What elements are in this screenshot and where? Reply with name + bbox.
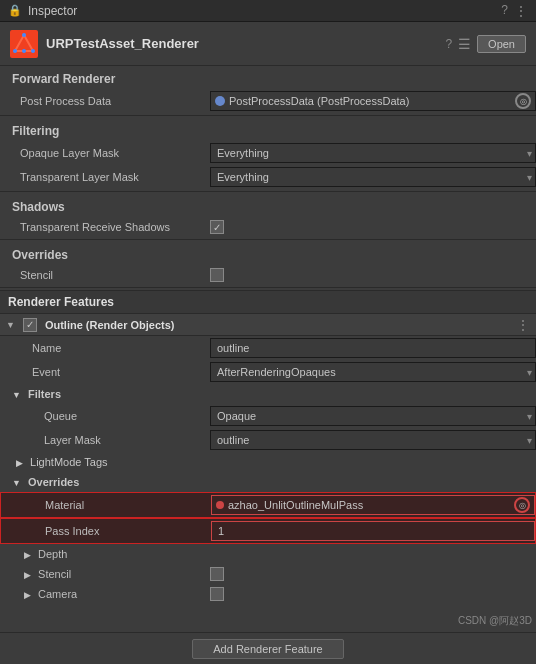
title-bar-left: 🔒 Inspector — [8, 4, 77, 18]
svg-marker-0 — [15, 35, 33, 51]
add-renderer-feature-button[interactable]: Add Renderer Feature — [192, 639, 343, 659]
camera-value — [210, 587, 536, 601]
asset-header-left: URPTestAsset_Renderer — [10, 30, 199, 58]
name-field[interactable]: outline — [210, 338, 536, 358]
depth-collapse-icon[interactable]: ▶ — [24, 550, 31, 560]
outline-feature-title: Outline (Render Objects) — [45, 319, 175, 331]
open-button[interactable]: Open — [477, 35, 526, 53]
name-label: Name — [0, 342, 210, 354]
stencil-row: Stencil — [0, 265, 536, 285]
post-process-data-text: PostProcessData (PostProcessData) — [229, 95, 511, 107]
section-forward-renderer: Forward Renderer — [0, 66, 536, 89]
lightmode-tags-row: ▶ LightMode Tags — [0, 452, 536, 472]
opaque-layer-mask-value: Everything — [210, 143, 536, 163]
layer-mask-value: outline — [210, 430, 536, 450]
event-dropdown-wrap[interactable]: AfterRenderingOpaques — [210, 362, 536, 382]
queue-dropdown-wrap[interactable]: Opaque — [210, 406, 536, 426]
asset-header: URPTestAsset_Renderer ? ☰ Open — [0, 22, 536, 66]
queue-dropdown[interactable]: Opaque — [210, 406, 536, 426]
transparent-layer-mask-dropdown-wrap[interactable]: Everything — [210, 167, 536, 187]
transparent-layer-mask-row: Transparent Layer Mask Everything — [0, 165, 536, 189]
depth-row: ▶ Depth — [0, 544, 536, 564]
title-bar: 🔒 Inspector ? ⋮ — [0, 0, 536, 22]
asset-help-icon[interactable]: ? — [445, 37, 452, 51]
bottom-bar: Add Renderer Feature — [0, 632, 536, 664]
pass-index-row: Pass Index 1 — [0, 518, 536, 544]
menu-icon[interactable]: ⋮ — [514, 3, 528, 19]
transparent-layer-mask-dropdown[interactable]: Everything — [210, 167, 536, 187]
layer-mask-row: Layer Mask outline — [0, 428, 536, 452]
main-content: Forward Renderer Post Process Data PostP… — [0, 66, 536, 664]
layer-mask-dropdown-wrap[interactable]: outline — [210, 430, 536, 450]
name-row: Name outline — [0, 336, 536, 360]
transparent-layer-mask-value: Everything — [210, 167, 536, 187]
overrides-section-row: ▼ Overrides — [0, 472, 536, 492]
name-value: outline — [210, 338, 536, 358]
stencil-feature-checkbox[interactable] — [210, 567, 224, 581]
opaque-layer-mask-label: Opaque Layer Mask — [0, 147, 210, 159]
divider-4 — [0, 287, 536, 288]
svg-point-3 — [31, 49, 35, 53]
transparent-receive-shadows-checkbox[interactable] — [210, 220, 224, 234]
stencil-feature-row: ▶ Stencil — [0, 564, 536, 584]
material-field[interactable]: azhao_UnlitOutlineMulPass ◎ — [211, 495, 535, 515]
material-select-icon[interactable]: ◎ — [514, 497, 530, 513]
feature-menu-icon[interactable]: ⋮ — [516, 317, 530, 333]
pass-index-field[interactable]: 1 — [211, 521, 535, 541]
divider-1 — [0, 115, 536, 116]
event-dropdown[interactable]: AfterRenderingOpaques — [210, 362, 536, 382]
divider-3 — [0, 239, 536, 240]
svg-point-4 — [22, 33, 26, 37]
svg-point-2 — [13, 49, 17, 53]
camera-checkbox[interactable] — [210, 587, 224, 601]
post-process-data-field[interactable]: PostProcessData (PostProcessData) ◎ — [210, 91, 536, 111]
transparent-receive-shadows-label: Transparent Receive Shadows — [0, 221, 210, 233]
asset-name: URPTestAsset_Renderer — [46, 36, 199, 51]
opaque-layer-mask-dropdown[interactable]: Everything — [210, 143, 536, 163]
material-text: azhao_UnlitOutlineMulPass — [228, 499, 510, 511]
filters-label: ▼ Filters — [0, 388, 210, 400]
asset-settings-icon[interactable]: ☰ — [458, 36, 471, 52]
asset-header-right: ? ☰ Open — [445, 35, 526, 53]
camera-label: ▶ Camera — [0, 588, 210, 600]
transparent-receive-shadows-value — [210, 220, 536, 234]
post-process-data-label: Post Process Data — [0, 95, 210, 107]
post-process-dot — [215, 96, 225, 106]
lightmode-collapse-icon[interactable]: ▶ — [16, 458, 23, 468]
stencil-feature-label: ▶ Stencil — [0, 568, 210, 580]
opaque-layer-mask-row: Opaque Layer Mask Everything — [0, 141, 536, 165]
watermark: CSDN @阿赵3D — [458, 614, 532, 628]
stencil-value — [210, 268, 536, 282]
lock-icon[interactable]: 🔒 — [8, 4, 22, 17]
svg-point-1 — [22, 49, 26, 53]
outline-enabled-checkbox[interactable] — [23, 318, 37, 332]
section-overrides: Overrides — [0, 242, 536, 265]
post-process-select-icon[interactable]: ◎ — [515, 93, 531, 109]
help-icon[interactable]: ? — [501, 3, 508, 19]
queue-row: Queue Opaque — [0, 404, 536, 428]
renderer-features-title: Renderer Features — [8, 295, 528, 309]
inspector-title: Inspector — [28, 4, 77, 18]
transparent-layer-mask-label: Transparent Layer Mask — [0, 171, 210, 183]
queue-label: Queue — [0, 410, 210, 422]
outline-feature-header: ▼ Outline (Render Objects) ⋮ — [0, 314, 536, 336]
event-value: AfterRenderingOpaques — [210, 362, 536, 382]
pass-index-label: Pass Index — [1, 525, 211, 537]
overrides-section-label: ▼ Overrides — [0, 476, 210, 488]
overrides-collapse-icon[interactable]: ▼ — [12, 478, 21, 488]
stencil-checkbox[interactable] — [210, 268, 224, 282]
event-row: Event AfterRenderingOpaques — [0, 360, 536, 384]
asset-icon — [10, 30, 38, 58]
camera-collapse-icon[interactable]: ▶ — [24, 590, 31, 600]
filters-collapse-icon[interactable]: ▼ — [12, 390, 21, 400]
post-process-data-row: Post Process Data PostProcessData (PostP… — [0, 89, 536, 113]
material-dot — [216, 501, 224, 509]
layer-mask-dropdown[interactable]: outline — [210, 430, 536, 450]
depth-label: ▶ Depth — [0, 548, 210, 560]
material-label: Material — [1, 499, 211, 511]
queue-value: Opaque — [210, 406, 536, 426]
collapse-arrow[interactable]: ▼ — [6, 320, 15, 330]
material-value: azhao_UnlitOutlineMulPass ◎ — [211, 495, 535, 515]
stencil-collapse-icon[interactable]: ▶ — [24, 570, 31, 580]
opaque-layer-mask-dropdown-wrap[interactable]: Everything — [210, 143, 536, 163]
